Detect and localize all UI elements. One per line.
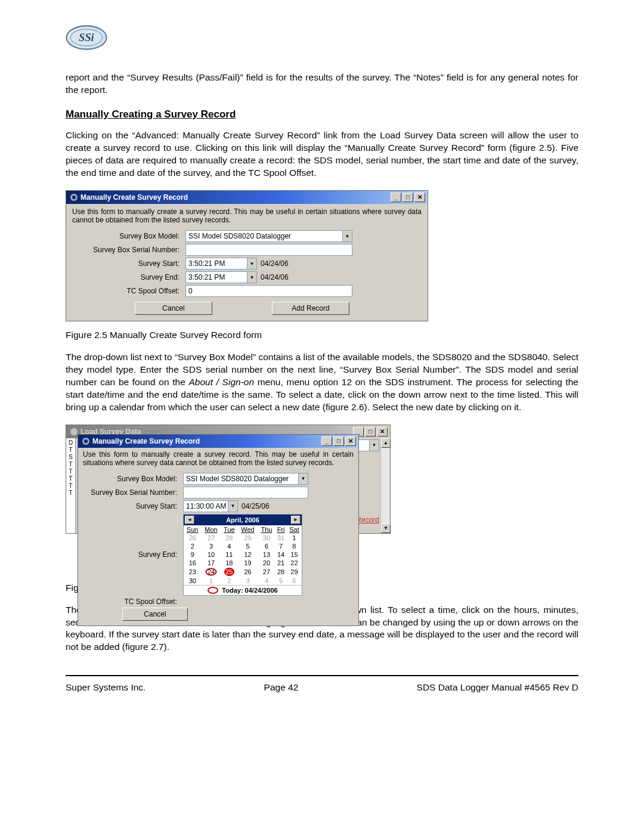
calendar-day[interactable]: 22	[287, 559, 302, 567]
input-serial[interactable]	[183, 487, 308, 498]
resize-grip-icon[interactable]: ⋰	[383, 525, 389, 532]
back-left-listbox[interactable]: DTSTTTTT	[66, 438, 76, 533]
app-icon	[70, 428, 78, 436]
calendar-day[interactable]: 12	[237, 550, 258, 559]
minimize-button[interactable]: _	[391, 193, 401, 202]
maximize-button[interactable]: □	[365, 427, 376, 436]
close-button[interactable]: ✕	[377, 427, 388, 436]
calendar-day[interactable]: 5	[237, 542, 258, 550]
add-record-button[interactable]: Add Record	[272, 302, 349, 315]
calendar-day[interactable]: 30	[184, 577, 202, 585]
calendar-day[interactable]: 4	[221, 542, 237, 550]
input-serial[interactable]	[185, 244, 352, 256]
calendar-day[interactable]: 3	[202, 542, 221, 550]
calendar-day[interactable]: 25	[221, 567, 237, 577]
scroll-up-icon[interactable]: ▲	[381, 438, 391, 448]
list-item[interactable]: T	[69, 468, 72, 475]
calendar-day[interactable]: 21	[275, 559, 286, 567]
calendar-day[interactable]: 10	[202, 550, 221, 559]
footer-right: SDS Data Logger Manual #4565 Rev D	[417, 682, 578, 693]
calendar-day[interactable]: 6	[287, 577, 302, 585]
calendar-day[interactable]: 8	[287, 542, 302, 550]
list-item[interactable]: D	[69, 439, 73, 447]
chevron-down-icon[interactable]: ▼	[247, 258, 256, 269]
calendar-header: ◄ April, 2006 ►	[184, 515, 302, 525]
calendar-day[interactable]: 30	[258, 534, 275, 542]
calendar-day[interactable]: 27	[258, 567, 275, 577]
list-item[interactable]: S	[69, 454, 73, 461]
combo-start-time[interactable]: 3:50:21 PM ▼	[185, 258, 257, 270]
svg-point-4	[72, 196, 76, 199]
today-ring-icon	[206, 568, 217, 575]
chevron-down-icon[interactable]: ▼	[342, 231, 352, 241]
calendar-day[interactable]: 1	[202, 577, 221, 585]
calendar-day[interactable]: 15	[287, 550, 302, 559]
calendar-day[interactable]: 31	[275, 534, 286, 542]
record-link[interactable]: Record	[356, 516, 380, 524]
minimize-button[interactable]: _	[321, 436, 332, 446]
close-button[interactable]: ✕	[414, 193, 425, 202]
start-date-text: 04/25/06	[242, 502, 270, 510]
calendar-day[interactable]: 18	[221, 559, 237, 567]
prev-month-button[interactable]: ◄	[185, 516, 194, 524]
list-item[interactable]: T	[69, 447, 72, 454]
calendar-day[interactable]: 13	[258, 550, 275, 559]
input-offset[interactable]: 0	[185, 285, 352, 297]
calendar-day[interactable]: 29	[287, 567, 302, 577]
calendar-day[interactable]: 9	[184, 550, 202, 559]
combo-start-time[interactable]: 11:30:00 AM ▼	[183, 500, 238, 512]
label-end: Survey End:	[83, 550, 183, 559]
calendar-day[interactable]: 4	[258, 577, 275, 585]
calendar-day[interactable]: 29	[237, 534, 258, 542]
next-month-button[interactable]: ►	[291, 516, 301, 524]
calendar-day[interactable]: 28	[221, 534, 237, 542]
label-end: Survey End:	[72, 273, 185, 281]
calendar-day[interactable]: 17	[202, 559, 221, 567]
calendar-dow: Tue	[221, 525, 237, 534]
list-item[interactable]: T	[69, 475, 72, 482]
calendar-day[interactable]: 2	[184, 542, 202, 550]
combo-end-time[interactable]: 3:50:21 PM ▼	[185, 271, 257, 283]
calendar-day[interactable]: 26	[237, 567, 258, 577]
calendar-day[interactable]: 19	[237, 559, 258, 567]
combo-model[interactable]: SSI Model SDS8020 Datalogger ▼	[183, 473, 308, 485]
label-model: Survey Box Model:	[83, 475, 183, 483]
start-date-text: 04/24/06	[261, 259, 289, 268]
list-item[interactable]: T	[69, 461, 72, 468]
scrollbar[interactable]: ▲ ▼	[380, 438, 390, 533]
list-item[interactable]: T	[69, 482, 72, 490]
calendar-day[interactable]: 3	[237, 577, 258, 585]
cancel-button[interactable]: Cancel	[122, 608, 188, 621]
front-dialog-create-survey: Manually Create Survey Record _ □ ✕ Use …	[78, 434, 359, 626]
calendar-day[interactable]: 14	[275, 550, 286, 559]
front-titlebar[interactable]: Manually Create Survey Record _ □ ✕	[78, 435, 358, 448]
calendar-day[interactable]: 2	[221, 577, 237, 585]
calendar-day[interactable]: 1	[287, 534, 302, 542]
calendar-day[interactable]: 6	[258, 542, 275, 550]
chevron-down-icon[interactable]: ▼	[247, 272, 256, 283]
calendar-day[interactable]: 11	[221, 550, 237, 559]
combo-model[interactable]: SSI Model SDS8020 Datalogger ▼	[185, 230, 352, 242]
calendar-popup[interactable]: ◄ April, 2006 ► SunMonTueWedThuFriSat 26…	[183, 514, 302, 596]
maximize-button[interactable]: □	[333, 436, 344, 446]
document-page: SSi report and the “Survey Results (Pass…	[0, 0, 644, 833]
calendar-day[interactable]: 7	[275, 542, 286, 550]
maximize-button[interactable]: □	[402, 193, 413, 202]
cancel-button[interactable]: Cancel	[135, 302, 212, 315]
list-item[interactable]: T	[69, 490, 72, 497]
calendar-day[interactable]: 28	[275, 567, 286, 577]
calendar-day[interactable]: 23	[184, 567, 202, 577]
calendar-day[interactable]: 16	[184, 559, 202, 567]
calendar-day[interactable]: 5	[275, 577, 286, 585]
chevron-down-icon[interactable]: ▼	[298, 473, 308, 484]
calendar-day[interactable]: 27	[202, 534, 221, 542]
chevron-down-icon[interactable]: ▼	[228, 501, 237, 512]
calendar-footer[interactable]: Today: 04/24/2006	[184, 585, 302, 595]
calendar-day[interactable]: 24	[202, 567, 221, 577]
calendar-day[interactable]: 20	[258, 559, 275, 567]
calendar-day[interactable]: 26	[184, 534, 202, 542]
close-button[interactable]: ✕	[345, 436, 356, 446]
chevron-down-icon[interactable]: ▼	[369, 440, 379, 451]
calendar-dow: Sun	[184, 525, 202, 534]
titlebar[interactable]: Manually Create Survey Record _ □ ✕	[66, 191, 428, 204]
